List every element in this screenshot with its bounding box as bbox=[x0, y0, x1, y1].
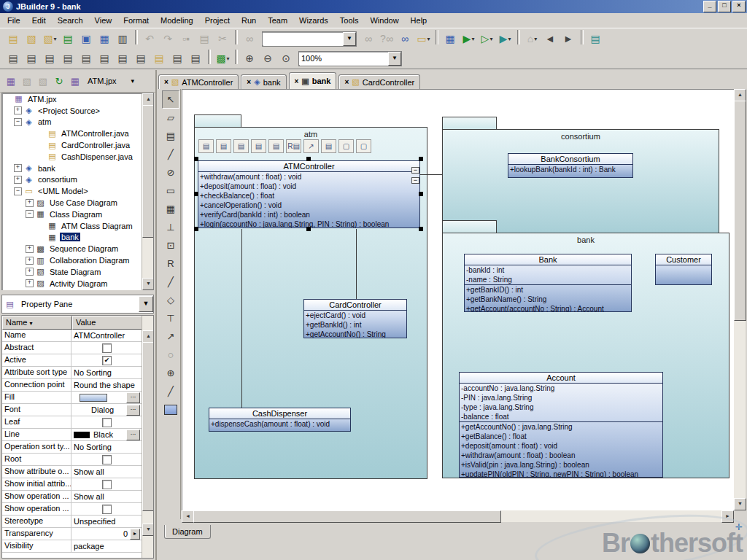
checkbox[interactable] bbox=[102, 505, 112, 514]
checkbox[interactable] bbox=[102, 343, 112, 353]
class-attribute[interactable]: -balance : float bbox=[460, 412, 662, 421]
tree-item-use-case-diagram[interactable]: + ▨ Use Case Diagram bbox=[2, 197, 153, 209]
tree-scrollbar[interactable]: ▲ ▼ bbox=[142, 93, 153, 290]
save-all-icon[interactable]: ▦ bbox=[96, 30, 114, 47]
search-path-icon[interactable]: ▭▾ bbox=[414, 30, 433, 47]
profile-icon[interactable]: ▶▾ bbox=[496, 30, 514, 47]
selection-handle[interactable] bbox=[419, 192, 423, 196]
zoom-in-icon[interactable]: ⊕ bbox=[241, 50, 259, 67]
class-operation[interactable]: +deposit(amount : float) : void bbox=[460, 441, 662, 451]
anchor-tool-icon[interactable]: ⊥ bbox=[162, 218, 179, 236]
property-row-attribute-sort-type[interactable]: Attribute sort type No Sorting bbox=[2, 367, 153, 379]
class-operation[interactable]: +deposit(amount : float) : void bbox=[198, 182, 419, 191]
class-operation[interactable]: +getAccountNo() : String bbox=[304, 330, 406, 338]
scroll-up-icon[interactable]: ▲ bbox=[142, 330, 154, 343]
uml-doc-icon-3[interactable]: ▤ bbox=[41, 50, 59, 67]
selection-handle[interactable] bbox=[194, 157, 198, 161]
scroll-down-icon[interactable]: ▼ bbox=[734, 498, 746, 510]
association-tool-icon[interactable]: ╱ bbox=[162, 273, 179, 291]
save-icon[interactable]: ▣ bbox=[77, 30, 96, 47]
quick-operation-icon[interactable]: ▤ bbox=[216, 139, 231, 153]
uml-doc-icon-6[interactable]: ▤ bbox=[96, 50, 114, 67]
class-operation[interactable]: +getAccount(accountNo : String) : Accoun… bbox=[465, 304, 631, 312]
property-row-active[interactable]: Active ✔ bbox=[2, 354, 153, 367]
class-cashdispenser[interactable]: CashDispenser +dispenseCash(amount : flo… bbox=[209, 408, 351, 432]
scroll-up-icon[interactable]: ▲ bbox=[734, 89, 746, 101]
run-icon[interactable]: ▶▾ bbox=[460, 30, 478, 47]
export-icon[interactable]: ▤ bbox=[59, 30, 77, 47]
ellipsis-button[interactable]: ▸ bbox=[130, 529, 140, 540]
tree-item-atm-class-diagram[interactable]: ▦ ATM Class Diagram bbox=[2, 220, 153, 232]
menu-modeling[interactable]: Modeling bbox=[155, 14, 199, 27]
quick-generalization-icon[interactable]: ▤ bbox=[321, 139, 336, 153]
class-customer[interactable]: Customer bbox=[655, 254, 712, 285]
zoom-node-tool-icon[interactable]: ⊕ bbox=[162, 364, 179, 382]
expand-toggle-icon[interactable]: + bbox=[26, 199, 34, 207]
refresh-icon[interactable]: ↻ bbox=[51, 73, 67, 89]
back-icon[interactable]: ◄ bbox=[541, 30, 560, 47]
copy-icon[interactable]: ▫▪ bbox=[177, 30, 196, 47]
menu-wizards[interactable]: Wizards bbox=[293, 14, 334, 27]
property-pane-dropdown-icon[interactable]: ▼ bbox=[139, 296, 153, 312]
selection-handle[interactable] bbox=[419, 227, 423, 231]
property-row-visibility[interactable]: Visibility package bbox=[2, 540, 153, 553]
collapse-attributes-icon[interactable]: − bbox=[411, 167, 419, 174]
tree-item-class-diagram[interactable]: − ▦ Class Diagram bbox=[2, 209, 153, 220]
chevron-down-icon[interactable]: ▾ bbox=[131, 77, 135, 85]
zoom-level-input[interactable] bbox=[299, 52, 388, 65]
diagram-canvas[interactable]: atm ▤▤▤▤▤R▤↗▤▢▢ ◇ 1 1...* 1 0...* ATMCon… bbox=[182, 89, 734, 510]
quick-note-link-icon[interactable]: ▢ bbox=[356, 139, 371, 153]
search-again-icon[interactable]: ∞ bbox=[360, 30, 378, 47]
property-row-fill[interactable]: Fill ... bbox=[2, 392, 153, 404]
class-operation[interactable]: +getBalance() : float bbox=[460, 432, 662, 441]
tree-item-consortium-pkg[interactable]: + ◈ consortium bbox=[2, 174, 153, 186]
expand-toggle-icon[interactable]: + bbox=[26, 279, 34, 287]
quick-aggregation-icon[interactable]: ▤ bbox=[251, 139, 266, 153]
tree-item-sequence-diagram[interactable]: + ▩ Sequence Diagram bbox=[2, 243, 153, 254]
open-project-icon[interactable]: ▧▾ bbox=[41, 30, 59, 47]
uml-doc-icon-8[interactable]: ▤ bbox=[132, 50, 150, 67]
class-attribute[interactable]: -PIN : java.lang.String bbox=[460, 393, 662, 402]
class-operation[interactable]: +withdraw(amount : float) : void bbox=[198, 172, 419, 182]
menu-file[interactable]: File bbox=[1, 14, 26, 27]
find-classes-icon[interactable]: ∞ bbox=[396, 30, 414, 47]
remove-file-icon[interactable]: ▧ bbox=[35, 73, 51, 89]
close-icon[interactable]: × bbox=[295, 77, 299, 85]
menu-edit[interactable]: Edit bbox=[26, 14, 52, 27]
property-row-line[interactable]: Line Black ... bbox=[2, 429, 153, 441]
class-operation[interactable]: +getAccountNo() : java.lang.String bbox=[460, 422, 662, 432]
selection-handle[interactable] bbox=[306, 157, 311, 161]
class-operation[interactable]: +dispenseCash(amount : float) : void bbox=[209, 419, 350, 429]
help-search-icon[interactable]: ?∞ bbox=[378, 30, 396, 47]
expand-toggle-icon[interactable]: + bbox=[26, 245, 34, 253]
uml-doc-icon-10[interactable]: ▤ bbox=[169, 50, 187, 67]
menu-window[interactable]: Window bbox=[364, 14, 404, 27]
tree-item-bank-diagram[interactable]: ▦ bank bbox=[2, 232, 153, 244]
constraint-tool-icon[interactable]: ⊡ bbox=[162, 236, 179, 254]
atm-package-tab[interactable] bbox=[194, 114, 241, 128]
menu-run[interactable]: Run bbox=[236, 14, 262, 27]
note-tool-icon[interactable]: ▤ bbox=[162, 127, 179, 145]
close-icon[interactable]: × bbox=[164, 78, 169, 86]
zoom-actual-icon[interactable]: ⊙ bbox=[277, 50, 295, 67]
class-operation[interactable]: +updatePIN(oldPIN : String, newPIN : Str… bbox=[460, 470, 662, 478]
editor-tab-bank-package[interactable]: × ◈ bank bbox=[241, 74, 286, 89]
class-operation[interactable]: +withdraw(amount : float) : boolean bbox=[460, 451, 662, 460]
tree-item-collaboration-diagram[interactable]: + ▥ Collaboration Diagram bbox=[2, 254, 153, 266]
class-operation[interactable]: +isValid(pin : java.lang.String) : boole… bbox=[460, 460, 662, 470]
menu-format[interactable]: Format bbox=[117, 14, 155, 27]
class-cardcontroller[interactable]: CardController +ejectCard() : void+getBa… bbox=[303, 299, 407, 338]
property-row-show-initial-attrib[interactable]: Show initial attrib... bbox=[2, 478, 153, 491]
property-row-leaf[interactable]: Leaf bbox=[2, 416, 153, 429]
tree-item-activity-diagram[interactable]: + ▨ Activity Diagram bbox=[2, 278, 153, 289]
consortium-package-tab[interactable] bbox=[442, 117, 497, 130]
scroll-left-icon[interactable]: ◄ bbox=[182, 510, 194, 523]
dashed-line-tool-icon[interactable]: ⊘ bbox=[162, 163, 179, 182]
menu-project[interactable]: Project bbox=[199, 14, 236, 27]
h-scroll-thumb[interactable] bbox=[193, 510, 501, 523]
selection-handle[interactable] bbox=[194, 227, 198, 231]
class-operation[interactable]: +cancelOperation() : void bbox=[198, 201, 419, 210]
class-operation[interactable]: +checkBalance() : float bbox=[198, 191, 419, 201]
class-attribute[interactable]: -type : java.lang.String bbox=[460, 402, 662, 412]
property-row-connection-point[interactable]: Connection point Round the shape bbox=[2, 379, 153, 392]
